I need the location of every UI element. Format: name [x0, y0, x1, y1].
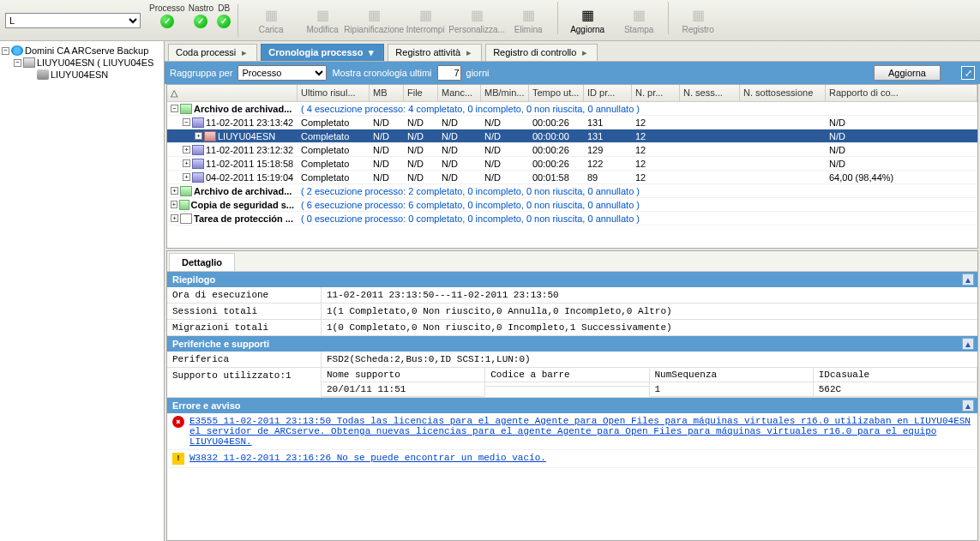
tape-ok-icon [194, 15, 207, 28]
warning-icon: ! [172, 453, 184, 465]
tool-interrompi[interactable]: ▦Interrompi [400, 2, 451, 39]
media-col-value: 1 [650, 382, 813, 397]
error-link[interactable]: E3555 11-02-2011 23:13:50 Todas las lice… [189, 416, 972, 447]
tool-personalizza...[interactable]: ▦Personalizza... [451, 2, 502, 39]
col-header[interactable]: MB/min... [481, 85, 529, 101]
grid-row[interactable]: +LIUYU04ESNCompletatoN/DN/DN/DN/D00:00:0… [167, 129, 977, 143]
error-icon: ✖ [172, 416, 184, 428]
tool-registro[interactable]: ▦Registro [672, 2, 724, 39]
col-header[interactable]: MB [370, 85, 404, 101]
media-col-header: Nome supporto [322, 368, 484, 382]
tool-modifica[interactable]: ▦Modifica [297, 2, 348, 39]
detail-tab[interactable]: Dettaglio [169, 253, 235, 271]
col-header[interactable]: File [404, 85, 438, 101]
grid-row[interactable]: +11-02-2011 15:18:58CompletatoN/DN/DN/DN… [167, 157, 977, 171]
status-indicators: Processo Nastro DB [149, 3, 231, 38]
error-link[interactable]: W3832 11-02-2011 23:16:26 No se puede en… [189, 453, 546, 463]
col-header[interactable]: Manc... [438, 85, 481, 101]
group-row[interactable]: +Archivo de archivad...( 2 esecuzione pr… [167, 184, 977, 198]
tool-aggiorna[interactable]: ▦Aggiorna [562, 2, 613, 39]
media-col-value: 20/01/11 11:51 [322, 382, 484, 397]
grid-row[interactable]: +11-02-2011 23:12:32CompletatoN/DN/DN/DN… [167, 143, 977, 157]
days-label: giorni [466, 68, 490, 78]
grid-row[interactable]: −11-02-2011 23:13:42CompletatoN/DN/DN/DN… [167, 116, 977, 129]
section-devices: Periferiche e supporti▲ [167, 336, 977, 352]
kv-val: 11-02-2011 23:13:50---11-02-2011 23:13:5… [322, 287, 977, 303]
group-row[interactable]: +Copia de seguridad s...( 6 esecuzione p… [167, 198, 977, 212]
media-col-value [485, 382, 648, 387]
device-label: Periferica [167, 352, 322, 367]
group-row[interactable]: +Tarea de protección ...( 0 esecuzione p… [167, 212, 977, 225]
days-input[interactable] [437, 65, 461, 81]
col-header[interactable]: N. pr... [632, 85, 680, 101]
collapse-icon[interactable]: ▲ [962, 400, 974, 412]
col-header[interactable]: Ultimo risul... [298, 85, 370, 101]
view-tabs: Coda processi▸ Cronologia processo▾ Regi… [165, 41, 980, 62]
error-row: ✖E3555 11-02-2011 23:13:50 Todas las lic… [167, 413, 977, 450]
db-ok-icon [217, 15, 231, 28]
tree-root[interactable]: −Domini CA ARCserve Backup [2, 45, 162, 57]
tool-elimina[interactable]: ▦Elimina [502, 2, 554, 39]
process-ok-icon [160, 15, 174, 28]
tab-history[interactable]: Cronologia processo▾ [261, 44, 384, 61]
col-header[interactable]: ID pr... [584, 85, 632, 101]
filter-bar: Raggruppa per Processo Mostra cronologia… [165, 62, 980, 84]
media-col-header: Codice a barre [485, 368, 648, 382]
scope-combo[interactable]: L [5, 13, 141, 28]
show-last-label: Mostra cronologia ultimi [332, 68, 431, 78]
tree-server[interactable]: LIUYU04ESN [2, 69, 162, 81]
collapse-icon[interactable]: ▲ [962, 338, 974, 350]
section-errors: Errore e avviso▲ [167, 398, 977, 413]
kv-key: Sessioni totali [167, 304, 322, 319]
collapse-icon[interactable]: ▲ [962, 274, 974, 286]
error-row: !W3832 11-02-2011 23:16:26 No se puede e… [167, 450, 977, 468]
tree-domain[interactable]: −LIUYU04ESN ( LIUYU04ES [2, 57, 162, 69]
col-header[interactable]: N. sess... [680, 85, 740, 101]
tab-activity[interactable]: Registro attività▸ [388, 44, 482, 61]
grid-row[interactable]: +04-02-2011 15:19:04CompletatoN/DN/DN/DN… [167, 171, 977, 184]
kv-key: Migrazioni totali [167, 320, 322, 335]
detail-panel: Dettaglio Riepilogo▲ Ora di esecuzione11… [166, 250, 978, 541]
col-header[interactable]: N. sottosessione [740, 85, 826, 101]
toolbar: L Processo Nastro DB ▦Carica▦Modifica▦Ri… [0, 0, 980, 41]
tool-carica[interactable]: ▦Carica [245, 2, 297, 39]
device-value: FSD2(Scheda:2,Bus:0,ID SCSI:1,LUN:0) [322, 352, 977, 367]
group-by-select[interactable]: Processo [237, 65, 327, 81]
nav-tree: −Domini CA ARCserve Backup −LIUYU04ESN (… [0, 41, 165, 541]
refresh-button[interactable]: Aggiorna [874, 65, 941, 81]
section-summary: Riepilogo▲ [167, 272, 977, 287]
media-used-label: Supporto utilizzato:1 [167, 368, 322, 397]
group-row[interactable]: −Archivo de archivad...( 4 esecuzione pr… [167, 102, 977, 116]
col-header[interactable]: Tempo ut... [529, 85, 584, 101]
tool-stampa[interactable]: ▦Stampa [613, 2, 664, 39]
group-by-label: Raggruppa per [170, 68, 232, 78]
history-grid: △Ultimo risul...MBFileManc...MB/min...Te… [166, 84, 978, 249]
col-header[interactable]: △ [167, 85, 298, 101]
tab-queue[interactable]: Coda processi▸ [168, 44, 257, 61]
kv-key: Ora di esecuzione [167, 287, 322, 303]
tool-ripianificazione[interactable]: ▦Ripianificazione [348, 2, 400, 39]
col-header[interactable]: Rapporto di co... [826, 85, 977, 101]
media-col-header: IDcasuale [814, 368, 977, 382]
tab-audit[interactable]: Registro di controllo▸ [485, 44, 598, 61]
kv-val: 1(0 Completato,0 Non riuscito,0 Incomple… [322, 320, 977, 335]
media-col-header: NumSequenza [650, 368, 813, 382]
kv-val: 1(1 Completato,0 Non riuscito,0 Annulla,… [322, 304, 977, 319]
expand-icon[interactable]: ⤢ [961, 66, 975, 80]
media-col-value: 562C [814, 382, 977, 397]
